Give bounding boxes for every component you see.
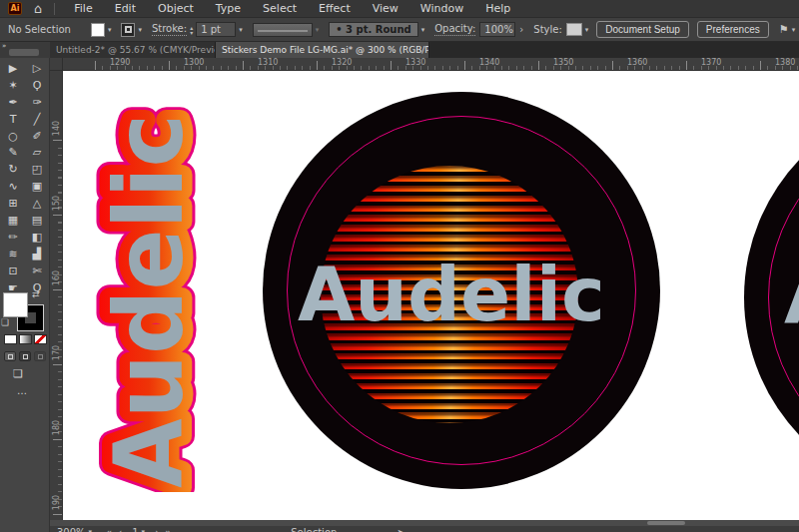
color-button[interactable] [4, 334, 17, 344]
selection-tool[interactable]: ▶ [2, 61, 24, 76]
column-graph-tool[interactable]: ▟ [26, 247, 48, 262]
status-display[interactable]: Selection [291, 526, 337, 532]
default-fill-stroke-icon[interactable]: ❏ [1, 317, 9, 327]
swap-fill-stroke-icon[interactable]: ⇄ [32, 289, 40, 299]
fill-swatch[interactable] [3, 292, 28, 317]
preferences-button[interactable]: Preferences [697, 21, 769, 38]
panel-grip[interactable] [9, 49, 39, 56]
ruler-tick-label: 1310 [258, 58, 278, 67]
control-bar: No Selection ▾ ▾ Stroke: ▴▾ 1 pt ▾ ▾ • 3… [0, 18, 799, 42]
sticker-circle-partial[interactable]: Audelic [744, 98, 799, 497]
home-icon[interactable]: ⌂ [34, 1, 42, 16]
stroke-weight-stepper[interactable]: ▴▾ [190, 25, 193, 35]
next-artboard-icon[interactable]: › [155, 526, 159, 532]
gradient-button[interactable] [19, 334, 32, 344]
pen-tool[interactable]: ✒ [2, 95, 24, 110]
chevron-down-icon[interactable]: ▾ [421, 26, 425, 34]
artboard-number-field[interactable]: 1 [132, 526, 138, 532]
fill-color-swatch[interactable] [91, 23, 105, 37]
brush-definition-dropdown[interactable]: • 3 pt. Round [329, 22, 418, 37]
chevron-down-icon[interactable]: ▾ [89, 526, 93, 532]
artboard-canvas[interactable]: Audelic Audelic Audelic Audelic Audelic [63, 71, 799, 520]
menu-item[interactable]: Select [252, 2, 308, 15]
chevron-down-icon[interactable]: ▾ [142, 526, 146, 532]
artboard-tool[interactable]: ⊡ [2, 264, 24, 278]
rotate-tool[interactable]: ↻ [2, 162, 24, 177]
chevron-down-icon[interactable]: ▾ [108, 26, 112, 34]
scrollbar-thumb[interactable] [647, 521, 685, 525]
opacity-field[interactable]: 100% [479, 22, 515, 37]
paintbrush-tool[interactable]: ✐ [26, 129, 48, 144]
chevron-down-icon[interactable]: ▾ [138, 26, 142, 34]
ruler-tick-label: 1330 [405, 58, 425, 67]
illustrator-logo-icon[interactable]: Ai [8, 2, 22, 15]
perspective-grid-tool[interactable]: △ [26, 196, 48, 211]
menu-item[interactable]: Effect [308, 2, 362, 15]
free-transform-tool[interactable]: ▣ [26, 179, 48, 194]
vertical-logo-artwork[interactable]: Audelic Audelic Audelic [90, 93, 205, 492]
shape-builder-tool[interactable]: ⊞ [2, 196, 24, 211]
blend-tool[interactable]: ◧ [26, 230, 48, 245]
horizontal-ruler[interactable]: 1290130013101320133013401350136013701380 [63, 58, 799, 71]
line-segment-tool[interactable]: ╱ [26, 112, 48, 127]
draw-normal-button[interactable] [4, 351, 16, 361]
draw-inside-button[interactable] [34, 351, 46, 361]
document-setup-button[interactable]: Document Setup [596, 21, 689, 38]
scale-tool[interactable]: ◰ [26, 162, 48, 177]
menu-item[interactable]: Window [409, 2, 474, 15]
lasso-tool[interactable]: Ϙ [26, 78, 48, 93]
first-artboard-icon[interactable]: « [106, 526, 112, 532]
menu-item[interactable]: Edit [104, 2, 147, 15]
width-tool[interactable]: ∿ [2, 179, 24, 194]
ruler-tick-label: 170 [52, 344, 61, 362]
graphic-style-swatch[interactable] [566, 23, 582, 36]
pencil-tool[interactable]: ✎ [2, 145, 24, 160]
sticker-circle[interactable]: Audelic [263, 92, 660, 489]
menu-item[interactable]: Help [474, 2, 521, 15]
draw-behind-button[interactable] [19, 351, 31, 361]
menu-item[interactable]: File [63, 2, 103, 15]
ruler-tick-label: 1300 [184, 58, 204, 67]
width-profile-dropdown[interactable] [253, 23, 313, 37]
workspace-switcher-icon[interactable]: ⚑ [779, 23, 789, 36]
opacity-label[interactable]: Opacity: [434, 23, 475, 36]
eraser-tool[interactable]: ▱ [26, 145, 48, 160]
ruler-tick-label: 1370 [701, 58, 721, 67]
none-button[interactable] [34, 334, 47, 344]
chevron-down-icon[interactable]: ▾ [792, 26, 796, 34]
vertical-ruler[interactable]: 140150160170180190 [50, 71, 63, 532]
ellipse-tool[interactable]: ○ [2, 129, 24, 144]
ruler-tick-label: 160 [52, 269, 61, 287]
menu-item[interactable]: Type [205, 2, 252, 15]
magic-wand-tool[interactable]: ✶ [2, 78, 24, 93]
last-artboard-icon[interactable]: » [165, 526, 171, 532]
sticker-letters: Audelic [298, 253, 605, 337]
document-tab-inactive[interactable]: Untitled-2* @ 55.67 % (CMYK/Preview) × [50, 42, 216, 58]
tools-panel-header[interactable]: » [0, 42, 50, 58]
curvature-tool[interactable]: ✑ [26, 95, 48, 110]
gradient-tool[interactable]: ▤ [26, 213, 48, 228]
slice-tool[interactable]: ✄ [26, 264, 48, 278]
stroke-color-swatch[interactable] [121, 23, 135, 37]
logo-letters: Audelic [94, 114, 204, 488]
chevron-down-icon[interactable]: ▾ [585, 26, 589, 34]
collapse-panel-icon[interactable]: » [2, 42, 6, 50]
previous-artboard-icon[interactable]: ‹ [118, 526, 122, 532]
direct-selection-tool[interactable]: ▷ [26, 61, 48, 76]
mesh-tool[interactable]: ▦ [2, 213, 24, 228]
screen-mode-icon[interactable]: ❏ [13, 367, 23, 380]
eyedropper-tool[interactable]: ✏ [2, 230, 24, 245]
tools-panel: ▶▷✶Ϙ✒✑T╱○✐✎▱↻◰∿▣⊞△▦▤✏◧≋▟⊡✄☛Q ⇄ ❏ ❏ … [0, 58, 50, 532]
menu-item[interactable]: View [362, 2, 409, 15]
chevron-down-icon[interactable]: ▾ [239, 26, 243, 34]
edit-toolbar-icon[interactable]: … [17, 385, 28, 396]
opacity-flyout-icon[interactable]: › [519, 24, 523, 35]
zoom-level-field[interactable]: 300% [57, 526, 86, 532]
document-tab-active[interactable]: Stickers Demo File LG-MG.ai* @ 300 % (RG… [216, 42, 429, 58]
stroke-label[interactable]: Stroke: [152, 23, 187, 36]
stroke-weight-field[interactable]: 1 pt [196, 22, 236, 37]
type-tool[interactable]: T [2, 112, 24, 127]
menu-item[interactable]: Object [147, 2, 205, 15]
status-bar: 300% ▾ « ‹ 1 ▾ › » Selection ➤ [50, 526, 799, 532]
symbol-sprayer-tool[interactable]: ≋ [2, 247, 24, 262]
